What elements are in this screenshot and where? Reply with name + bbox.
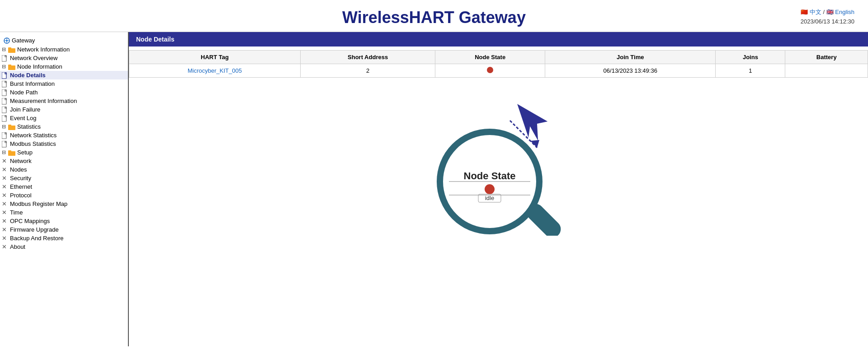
- cell-hart-tag: Microcyber_KIT_005: [129, 64, 301, 78]
- lang-zh-link[interactable]: 中文: [810, 9, 821, 15]
- sidebar-item-ethernet[interactable]: ✕ Ethernet: [0, 182, 128, 191]
- svg-rect-8: [8, 65, 11, 66]
- sidebar-modbus-register-map-label: Modbus Register Map: [10, 200, 67, 207]
- col-hart-tag: HART Tag: [129, 51, 301, 64]
- sidebar-item-measurement-information[interactable]: Measurement Information: [0, 97, 128, 105]
- sidebar-item-network-information[interactable]: ⊟ Network Information: [0, 45, 128, 54]
- sidebar-item-node-path[interactable]: Node Path: [0, 88, 128, 97]
- svg-point-29: [485, 184, 495, 194]
- gear-icon: ✕: [2, 183, 8, 190]
- gear-icon: ✕: [2, 218, 8, 224]
- sidebar-item-network-overview[interactable]: Network Overview: [0, 54, 128, 62]
- sidebar-item-node-information[interactable]: ⊟ Node Information: [0, 62, 128, 71]
- node-state-dot: [487, 67, 493, 73]
- sidebar-item-nodes[interactable]: ✕ Nodes: [0, 165, 128, 174]
- sidebar-item-modbus-register-map[interactable]: ✕ Modbus Register Map: [0, 200, 128, 208]
- svg-rect-20: [8, 150, 11, 152]
- sidebar-item-network-statistics[interactable]: Network Statistics: [0, 131, 128, 140]
- cell-node-state: [435, 64, 545, 78]
- hart-tag-link[interactable]: Microcyber_KIT_005: [188, 67, 242, 74]
- sidebar-item-modbus-statistics[interactable]: Modbus Statistics: [0, 140, 128, 148]
- doc-icon: [2, 141, 8, 147]
- flag-en-icon: 🇬🇧: [826, 9, 834, 15]
- sidebar-item-opc-mappings[interactable]: ✕ OPC Mappings: [0, 217, 128, 225]
- expand-icon: ⊟: [2, 124, 7, 130]
- sidebar-item-protocol[interactable]: ✕ Protocol: [0, 191, 128, 200]
- sidebar-opc-mappings-label: OPC Mappings: [10, 218, 50, 224]
- sidebar-network-overview-label: Network Overview: [10, 55, 57, 61]
- gear-icon: ✕: [2, 192, 8, 199]
- doc-icon: [2, 81, 8, 87]
- folder-icon: [8, 47, 15, 53]
- doc-icon: [2, 132, 8, 139]
- gear-icon: ✕: [2, 175, 8, 182]
- main-layout: Gateway ⊟ Network Information: [0, 32, 868, 346]
- table-row: Microcyber_KIT_005 2 06/13/2023 13:49:36…: [129, 64, 868, 78]
- sidebar-time-label: Time: [10, 209, 23, 216]
- expand-icon: ⊟: [2, 149, 7, 155]
- sidebar-item-about[interactable]: ✕ About: [0, 242, 128, 251]
- sidebar-event-log-label: Event Log: [10, 115, 37, 121]
- col-short-address: Short Address: [300, 51, 435, 64]
- sidebar-network-label: Network: [10, 158, 32, 164]
- sidebar-item-gateway[interactable]: Gateway: [0, 36, 128, 45]
- network-icon: [4, 37, 10, 44]
- sidebar-modbus-statistics-label: Modbus Statistics: [10, 140, 56, 147]
- doc-icon: [2, 107, 8, 113]
- svg-marker-23: [530, 140, 539, 148]
- sidebar-gateway-label: Gateway: [12, 37, 35, 44]
- gear-icon: ✕: [2, 200, 8, 207]
- page-title: WirelessHART Gateway: [0, 8, 868, 27]
- folder-icon: [8, 124, 15, 130]
- cell-short-address: 2: [300, 64, 435, 78]
- sidebar-node-information-label: Node Information: [17, 63, 62, 70]
- sidebar-node-details-label: Node Details: [10, 72, 46, 79]
- doc-icon: [2, 55, 8, 61]
- doc-icon: [2, 98, 8, 104]
- gear-icon: ✕: [2, 235, 8, 242]
- sidebar-item-backup-and-restore[interactable]: ✕ Backup And Restore: [0, 234, 128, 242]
- folder-icon: [8, 149, 15, 156]
- gear-icon: ✕: [2, 158, 8, 164]
- sidebar-network-information-label: Network Information: [17, 46, 70, 53]
- folder-icon: [8, 64, 15, 70]
- cell-battery: [785, 64, 868, 78]
- sidebar-item-node-details[interactable]: Node Details: [0, 71, 128, 79]
- sidebar-node-path-label: Node Path: [10, 89, 38, 96]
- sidebar-network-statistics-label: Network Statistics: [10, 132, 57, 139]
- sidebar-item-time[interactable]: ✕ Time: [0, 208, 128, 217]
- sidebar-item-network[interactable]: ✕ Network: [0, 157, 128, 165]
- sidebar-protocol-label: Protocol: [10, 192, 32, 199]
- cell-joins: 1: [716, 64, 785, 78]
- cell-join-time: 06/13/2023 13:49:36: [545, 64, 716, 78]
- section-header: Node Details: [129, 32, 868, 47]
- datetime-display: 2023/06/13 14:12:30: [801, 18, 854, 25]
- gear-icon: ✕: [2, 226, 8, 233]
- sidebar-item-join-failure[interactable]: Join Failure: [0, 105, 128, 114]
- sidebar-item-security[interactable]: ✕ Security: [0, 174, 128, 182]
- doc-icon: [2, 115, 8, 121]
- sidebar-item-event-log[interactable]: Event Log: [0, 114, 128, 122]
- main-content: Node Details HART Tag Short Address Node…: [129, 32, 868, 346]
- sidebar-nodes-label: Nodes: [10, 166, 27, 173]
- sidebar-measurement-information-label: Measurement Information: [10, 98, 77, 104]
- sidebar-backup-and-restore-label: Backup And Restore: [10, 235, 64, 242]
- svg-text:idle: idle: [485, 195, 494, 201]
- lang-separator: /: [823, 9, 826, 15]
- sidebar-item-burst-information[interactable]: Burst Information: [0, 79, 128, 88]
- sidebar-security-label: Security: [10, 175, 31, 182]
- gear-icon: ✕: [2, 243, 8, 250]
- gear-icon: ✕: [2, 209, 8, 216]
- svg-rect-16: [8, 125, 11, 126]
- magnifier-svg: Node State idle: [422, 96, 576, 236]
- sidebar-item-firmware-upgrade[interactable]: ✕ Firmware Upgrade: [0, 225, 128, 234]
- node-state-illustration: Node State idle: [129, 78, 868, 245]
- sidebar-about-label: About: [10, 243, 25, 250]
- lang-en-link[interactable]: English: [835, 9, 854, 15]
- sidebar-join-failure-label: Join Failure: [10, 106, 40, 113]
- sidebar-item-statistics[interactable]: ⊟ Statistics: [0, 122, 128, 131]
- sidebar-setup-label: Setup: [17, 149, 33, 156]
- sidebar-statistics-label: Statistics: [17, 123, 41, 130]
- sidebar-item-setup[interactable]: ⊟ Setup: [0, 148, 128, 157]
- col-node-state: Node State: [435, 51, 545, 64]
